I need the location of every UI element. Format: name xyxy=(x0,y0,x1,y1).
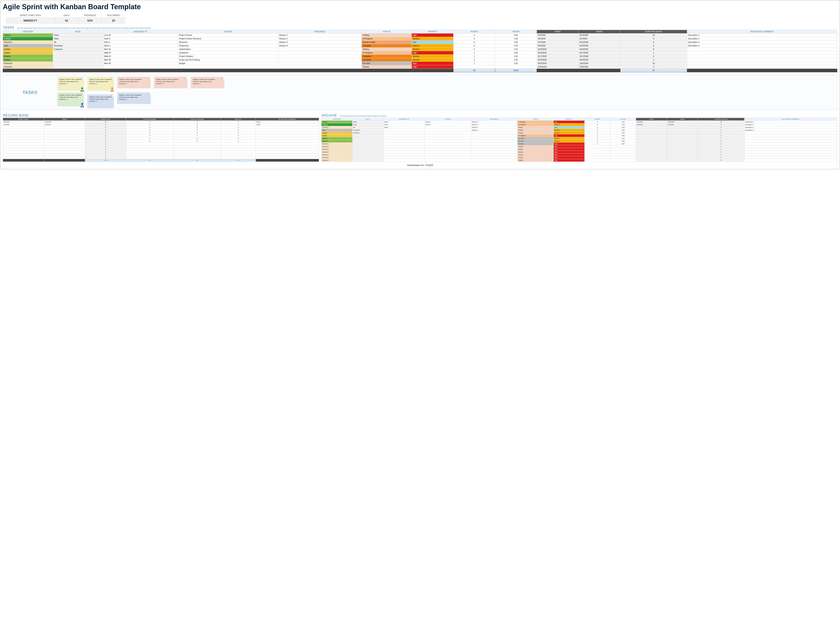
cell-category[interactable]: Research xyxy=(321,156,352,159)
cell-finish[interactable]: 9/12/2028 xyxy=(578,41,620,44)
cell-finish[interactable] xyxy=(667,126,698,129)
cell-role[interactable] xyxy=(352,135,383,137)
cell-achieved[interactable]: 0 xyxy=(174,131,221,135)
cell-status[interactable]: Testing xyxy=(518,148,553,151)
cell-role[interactable]: Team xyxy=(53,37,103,41)
cell-start[interactable]: 9/3/2028 xyxy=(537,37,578,41)
cell-action[interactable] xyxy=(425,135,471,137)
cell-status[interactable]: Testing xyxy=(518,126,553,129)
cell-role[interactable]: Customer xyxy=(352,131,383,135)
cell-points[interactable]: 0 xyxy=(584,123,610,126)
table-row[interactable]: FeatureOn HoldMedium00.000 xyxy=(321,137,837,140)
cell-points[interactable] xyxy=(453,65,495,69)
cell-priority[interactable]: High xyxy=(553,159,584,162)
cell-assigned[interactable] xyxy=(383,145,425,148)
cell-status[interactable]: In Progress xyxy=(362,51,412,55)
cell-planned[interactable]: 0 xyxy=(126,135,174,137)
cell-category[interactable]: Update xyxy=(321,131,352,135)
cell-finish[interactable]: 9/13/2028 xyxy=(578,44,620,47)
person-icon[interactable]: MM xyxy=(80,103,85,108)
cell-days[interactable]: 10 xyxy=(85,120,126,123)
cell-points[interactable] xyxy=(584,156,610,159)
cell-duration[interactable]: 4 xyxy=(620,65,687,69)
cell-category[interactable]: Feature xyxy=(321,120,352,123)
cell-status[interactable]: On Hold xyxy=(518,142,553,145)
cell-finish[interactable] xyxy=(44,142,85,145)
cell-finish[interactable] xyxy=(667,156,698,159)
table-row[interactable]: ContentTeamNameAction 2Reason 2In Progre… xyxy=(321,123,837,126)
summary-start-value[interactable]: MM/DD/YY xyxy=(6,17,55,24)
cell-assigned[interactable]: Pete S xyxy=(103,41,178,44)
table-row[interactable]: FeatureMalik MProject InitiationComplete… xyxy=(3,55,837,58)
cell-finish[interactable] xyxy=(667,131,698,135)
cell-achieved[interactable]: 0 xyxy=(174,123,221,126)
cell-hours[interactable]: 0.00 xyxy=(610,129,636,131)
cell-assigned[interactable] xyxy=(383,135,425,137)
cell-notes[interactable] xyxy=(687,58,837,62)
cell-category[interactable]: Feature xyxy=(321,140,352,142)
tasks-table[interactable]: CATEGORY ROLE ASSIGNED TO ACTION RATIONA… xyxy=(3,30,837,72)
cell-assigned[interactable] xyxy=(383,129,425,131)
cell-priority[interactable]: Medium xyxy=(553,123,584,126)
cell-role[interactable]: All xyxy=(53,41,103,44)
cell-action[interactable] xyxy=(425,145,471,148)
cell-rationale[interactable]: Reason 1 xyxy=(471,120,517,123)
cell-hours[interactable]: 0.00 xyxy=(610,131,636,135)
kanban-card[interactable]: Details of Task to Be Completed STATUS: … xyxy=(57,92,84,106)
cell-finish[interactable]: 9/13/2028 xyxy=(667,120,698,123)
cell-category[interactable]: Research xyxy=(321,145,352,148)
cell-hours[interactable]: 1.00 xyxy=(495,55,537,58)
cell-notes[interactable] xyxy=(256,140,319,142)
cell-points[interactable] xyxy=(584,151,610,154)
cell-start[interactable] xyxy=(636,137,667,140)
cell-status[interactable]: Testing xyxy=(518,131,553,135)
table-row[interactable]: 0000 xyxy=(3,135,319,137)
cell-notes[interactable] xyxy=(744,159,837,162)
cell-hours[interactable] xyxy=(610,151,636,154)
cell-role[interactable] xyxy=(352,151,383,154)
cell-action[interactable] xyxy=(425,148,471,151)
cell-finish[interactable] xyxy=(667,135,698,137)
cell-start[interactable]: 9/9/2028 xyxy=(537,44,578,47)
cell-assigned[interactable]: Malik M xyxy=(103,55,178,58)
cell-notes[interactable] xyxy=(256,131,319,135)
cell-hours[interactable] xyxy=(610,159,636,162)
cell-velocity[interactable]: 0 xyxy=(221,126,256,129)
cell-rationale[interactable] xyxy=(471,154,517,156)
kanban-card[interactable]: Details of Task to Be Completed STATUS: … xyxy=(57,77,84,90)
table-row[interactable]: ResearchTestingHigh0 xyxy=(321,148,837,151)
cell-finish[interactable] xyxy=(44,137,85,140)
cell-priority[interactable]: High xyxy=(412,62,453,65)
cell-finish[interactable]: 9/21/2028 xyxy=(578,55,620,58)
cell-start[interactable] xyxy=(636,126,667,129)
cell-start[interactable] xyxy=(636,159,667,162)
cell-category[interactable]: Research xyxy=(321,142,352,145)
cell-finish[interactable] xyxy=(44,126,85,129)
cell-finish[interactable] xyxy=(44,148,85,151)
cell-start[interactable] xyxy=(3,129,44,131)
cell-notes[interactable] xyxy=(744,135,837,137)
cell-notes[interactable]: Description 2 xyxy=(687,37,837,41)
cell-status[interactable]: Testing xyxy=(362,47,412,51)
cell-category[interactable]: Research xyxy=(3,41,53,44)
cell-category[interactable]: Feature xyxy=(3,58,53,62)
cell-action[interactable] xyxy=(425,126,471,129)
cell-duration[interactable]: 4 xyxy=(698,123,744,126)
cell-role[interactable]: Team xyxy=(53,33,103,37)
table-row[interactable]: UpdateMalik MGuidelinesIn ProgressHigh13… xyxy=(3,51,837,55)
cell-notes[interactable]: Description 1 xyxy=(744,120,837,123)
cell-action[interactable] xyxy=(425,131,471,135)
cell-start[interactable] xyxy=(3,135,44,137)
cell-priority[interactable]: High xyxy=(553,135,584,137)
cell-finish[interactable]: 9/7/2028 xyxy=(667,123,698,126)
cell-achieved[interactable] xyxy=(174,151,221,154)
archive-table[interactable]: CATEGORY ROLE ASSIGNED TO ACTION RATIONA… xyxy=(321,118,837,162)
cell-start[interactable]: 9/22/2028 xyxy=(537,58,578,62)
cell-category[interactable]: Feature xyxy=(3,55,53,58)
cell-rationale[interactable] xyxy=(278,62,362,65)
cell-planned[interactable]: 0 xyxy=(126,131,174,135)
cell-priority[interactable]: Low xyxy=(553,126,584,129)
cell-rationale[interactable]: Reason 4 xyxy=(471,129,517,131)
cell-priority[interactable]: High xyxy=(412,33,453,37)
cell-planned[interactable]: 0 xyxy=(126,123,174,126)
